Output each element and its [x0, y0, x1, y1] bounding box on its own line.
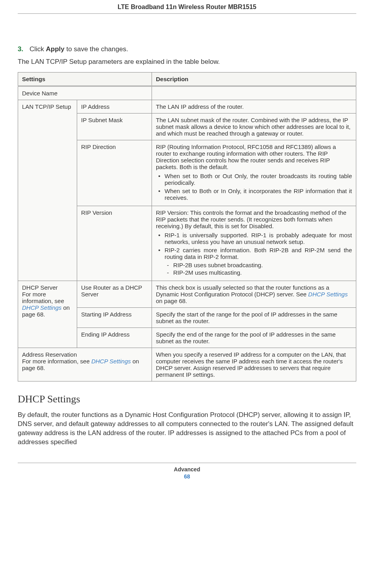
intro-paragraph: The LAN TCP/IP Setup parameters are expl…	[18, 58, 356, 66]
addr-reservation-cell: Address Reservation For more information…	[18, 348, 152, 381]
step-number: 3.	[18, 45, 30, 53]
th-settings: Settings	[18, 73, 152, 86]
dhcp-group-cell: DHCP Server For more information, see DH…	[18, 281, 77, 348]
settings-table: Settings Description Device Name LAN TCP…	[18, 72, 356, 381]
dhcp-settings-link[interactable]: DHCP Settings	[22, 304, 61, 311]
starting-ip-label: Starting IP Address	[77, 308, 152, 328]
starting-ip-desc: Specify the start of the range for the p…	[152, 308, 356, 328]
step-bold: Apply	[46, 45, 65, 53]
list-item: RIP-2 carries more information. Both RIP…	[156, 247, 352, 276]
page-footer: Advanced 68	[18, 463, 356, 480]
device-name-cell: Device Name	[18, 86, 152, 100]
th-description: Description	[152, 73, 356, 86]
dhcp-more-prefix: For more information, see	[22, 291, 64, 304]
addr-res-title: Address Reservation	[22, 351, 77, 358]
step-prefix: Click	[30, 45, 46, 53]
addr-res-desc: When you specify a reserved IP address f…	[152, 348, 356, 381]
ip-address-label: IP Address	[77, 100, 152, 114]
subnet-desc: The LAN subnet mask of the router. Combi…	[152, 114, 356, 140]
use-desc-suffix: on page 68.	[156, 298, 187, 304]
rip-direction-label: RIP Direction	[77, 140, 152, 206]
list-item: When set to Both or In Only, it incorpor…	[156, 188, 352, 201]
rip-version-desc: RIP Version: This controls the format an…	[152, 206, 356, 281]
step-text: Click Apply to save the changes.	[30, 45, 128, 53]
device-name-desc	[152, 86, 356, 100]
table-header-row: Settings Description	[18, 73, 356, 86]
step-3: 3. Click Apply to save the changes.	[18, 45, 356, 53]
list-item: RIP-1 is universally supported. RIP-1 is…	[156, 232, 352, 245]
table-row: LAN TCP/IP Setup IP Address The LAN IP a…	[18, 100, 356, 114]
list-item: When set to Both or Out Only, the router…	[156, 173, 352, 186]
use-router-label: Use Router as a DHCP Server	[77, 281, 152, 308]
list-item: RIP-2M uses multicasting.	[165, 269, 352, 276]
rip-direction-desc: RIP (Routing Information Protocol, RFC10…	[152, 140, 356, 206]
footer-label: Advanced	[18, 466, 356, 473]
list-item: RIP-2B uses subnet broadcasting.	[165, 262, 352, 268]
use-router-desc: This check box is usually selected so th…	[152, 281, 356, 308]
header-title: LTE Broadband 11n Wireless Router MBR151…	[118, 4, 257, 10]
rip-dir-text: RIP (Routing Information Protocol, RFC10…	[156, 143, 336, 170]
table-row: Address Reservation For more information…	[18, 348, 356, 381]
page-header: LTE Broadband 11n Wireless Router MBR151…	[18, 0, 356, 14]
rip-ver-b2: RIP-2 carries more information. Both RIP…	[165, 247, 352, 260]
lan-group-cell: LAN TCP/IP Setup	[18, 100, 77, 281]
dhcp-group-title: DHCP Server	[22, 284, 58, 291]
dhcp-settings-paragraph: By default, the router functions as a Dy…	[18, 411, 356, 447]
dhcp-settings-link[interactable]: DHCP Settings	[91, 358, 131, 365]
addr-res-more-prefix: For more information, see	[22, 358, 91, 365]
rip-version-label: RIP Version	[77, 206, 152, 281]
ip-address-desc: The LAN IP address of the router.	[152, 100, 356, 114]
ending-ip-desc: Specify the end of the range for the poo…	[152, 328, 356, 348]
subnet-label: IP Subnet Mask	[77, 114, 152, 140]
rip-dir-list: When set to Both or Out Only, the router…	[156, 173, 352, 201]
rip-ver-text: RIP Version: This controls the format an…	[156, 209, 346, 229]
rip-ver-list: RIP-1 is universally supported. RIP-1 is…	[156, 232, 352, 276]
rip-ver-sublist: RIP-2B uses subnet broadcasting. RIP-2M …	[165, 262, 352, 276]
table-row: DHCP Server For more information, see DH…	[18, 281, 356, 308]
ending-ip-label: Ending IP Address	[77, 328, 152, 348]
dhcp-settings-link[interactable]: DHCP Settings	[308, 291, 348, 298]
table-row: Device Name	[18, 86, 356, 100]
use-desc-prefix: This check box is usually selected so th…	[156, 284, 329, 298]
dhcp-settings-heading: DHCP Settings	[18, 393, 356, 405]
step-suffix: to save the changes.	[65, 45, 128, 53]
footer-page-number: 68	[18, 473, 356, 480]
page-content: 3. Click Apply to save the changes. The …	[18, 14, 356, 447]
